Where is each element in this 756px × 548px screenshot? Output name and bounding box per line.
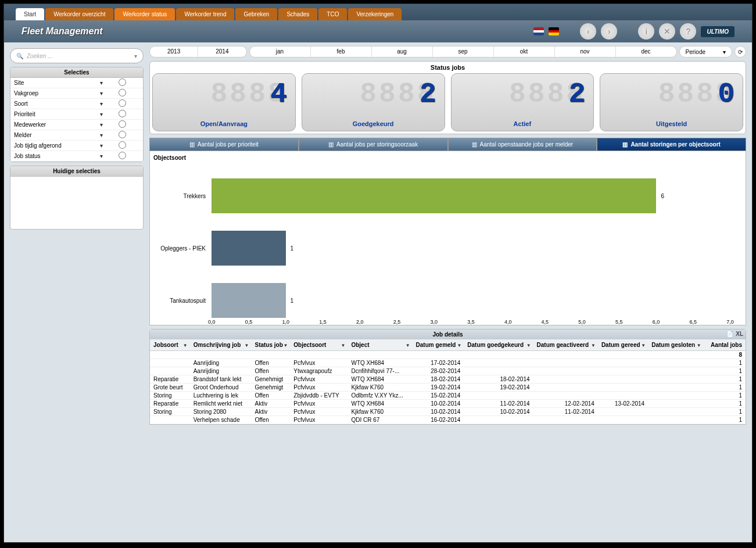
tab-verzekeringen[interactable]: Verzekeringen — [348, 8, 402, 20]
selectie-job-tijdig-afgerond[interactable]: Job tijdig afgerond▾ — [10, 141, 143, 151]
bar-trekkers[interactable]: Trekkers6 — [212, 178, 730, 213]
selectie-radio[interactable] — [119, 78, 126, 86]
chevron-down-icon[interactable]: ▾ — [98, 101, 105, 107]
help-button[interactable]: ? — [680, 23, 696, 40]
col-object[interactable]: Object▼ — [347, 339, 412, 351]
chevron-down-icon[interactable]: ▾ — [98, 142, 105, 149]
col-datum-gemeld[interactable]: Datum gemeld▼ — [413, 339, 464, 351]
chevron-down-icon[interactable]: ▾ — [134, 53, 137, 59]
chevron-down-icon[interactable]: ▾ — [98, 153, 105, 159]
chevron-down-icon[interactable]: ▾ — [98, 121, 105, 128]
bar-value-label: 1 — [291, 298, 294, 304]
chevron-down-icon[interactable]: ▾ — [98, 80, 105, 86]
close-button[interactable]: ✕ — [659, 23, 675, 40]
col-datum-gereed[interactable]: Datum gereed▼ — [598, 339, 648, 351]
month-dec[interactable]: dec — [616, 46, 676, 57]
tab-gebreken[interactable]: Gebreken — [235, 8, 277, 20]
selectie-soort[interactable]: Soort▾ — [10, 99, 143, 109]
col-datum-geactiveerd[interactable]: Datum geactiveerd▼ — [533, 339, 598, 351]
month-feb[interactable]: feb — [311, 46, 372, 57]
chevron-down-icon[interactable]: ▾ — [98, 132, 105, 138]
selectie-radio[interactable] — [119, 110, 126, 117]
sort-icon: ▼ — [283, 343, 288, 348]
year-2014[interactable]: 2014 — [198, 46, 246, 57]
month-sep[interactable]: sep — [433, 46, 494, 57]
table-row[interactable]: Verhelpen schadeOffenPcfvlvuxQDI CR 6716… — [150, 416, 746, 424]
chevron-down-icon: ▾ — [723, 49, 726, 55]
page-title: Fleet Management — [22, 26, 103, 37]
col-aantal-jobs[interactable]: Aantal jobs — [704, 339, 746, 351]
selectie-prioriteit[interactable]: Prioriteit▾ — [10, 109, 143, 120]
month-aug[interactable]: aug — [372, 46, 433, 57]
tab-werkorder-status[interactable]: Werkorder status — [114, 8, 175, 20]
table-row[interactable]: StoringLuchtvering is lekOffenZbjidvddb … — [150, 392, 746, 400]
selectie-medewerker[interactable]: Medewerker▾ — [10, 120, 143, 130]
col-status-job[interactable]: Status job▼ — [251, 339, 290, 351]
bar-value-label: 6 — [661, 193, 664, 199]
x-tick: 0,0 — [208, 319, 216, 325]
selectie-radio[interactable] — [119, 141, 126, 149]
chart-tab-1[interactable]: ▥Aantal jobs per storingsoorzaak — [299, 138, 448, 151]
selectie-radio[interactable] — [119, 99, 126, 107]
bar-tankautospuit[interactable]: Tankautospuit1 — [212, 283, 730, 318]
chart-tab-3[interactable]: ▥Aantal storingen per objectsoort — [597, 138, 746, 151]
info-button[interactable]: i — [638, 23, 654, 40]
table-row[interactable]: ReparatieRemlicht werkt nietAktivPcfvlvu… — [150, 400, 746, 408]
table-row[interactable]: Grote beurtGroot OnderhoudGenehmigtPcfvl… — [150, 384, 746, 392]
bar-opleggers-piek[interactable]: Opleggers - PIEK1 — [212, 231, 730, 266]
selectie-job-status[interactable]: Job status▾ — [10, 151, 143, 162]
selectie-site[interactable]: Site▾ — [10, 78, 143, 88]
nav-forward-button[interactable]: › — [601, 23, 617, 40]
selectie-radio[interactable] — [119, 131, 126, 138]
col-datum-goedgekeurd[interactable]: Datum goedgekeurd▼ — [464, 339, 533, 351]
col-jobsoort[interactable]: Jobsoort▼ — [150, 339, 190, 351]
col-omschrijving-job[interactable]: Omschrijving job▼ — [190, 339, 252, 351]
counter-value: 0 — [718, 78, 734, 110]
chevron-down-icon[interactable]: ▾ — [98, 111, 105, 117]
tab-start[interactable]: Start — [16, 8, 44, 20]
tab-werkorder-overzicht[interactable]: Werkorder overzicht — [45, 8, 113, 20]
year-2013[interactable]: 2013 — [150, 46, 198, 57]
month-okt[interactable]: okt — [494, 46, 555, 57]
flag-de-icon[interactable] — [549, 27, 559, 35]
export-icon[interactable]: 📄 — [726, 331, 733, 337]
counter-label: Open/Aanvraag — [153, 120, 295, 127]
tab-tco[interactable]: TCO — [318, 8, 347, 20]
selectie-radio[interactable] — [119, 152, 126, 159]
selectie-vakgroep[interactable]: Vakgroep▾ — [10, 88, 143, 99]
search-input[interactable] — [27, 53, 134, 59]
selecties-panel: Selecties Site▾Vakgroep▾Soort▾Prioriteit… — [10, 67, 144, 162]
selecties-title: Selecties — [10, 67, 143, 78]
selectie-radio[interactable] — [119, 120, 126, 128]
month-nov[interactable]: nov — [555, 46, 616, 57]
tab-werkorder-trend[interactable]: Werkorder trend — [176, 8, 234, 20]
selectie-melder[interactable]: Melder▾ — [10, 130, 143, 141]
chart-tab-0[interactable]: ▥Aantal jobs per prioriteit — [149, 138, 299, 151]
year-selector[interactable]: 20132014 — [149, 46, 247, 58]
col-objectsoort[interactable]: Objectsoort▼ — [290, 339, 347, 351]
refresh-button[interactable]: ⟳ — [734, 46, 746, 58]
month-selector[interactable]: janfebaugsepoktnovdec — [249, 46, 677, 58]
col-datum-gesloten[interactable]: Datum gesloten▼ — [648, 339, 703, 351]
table-row[interactable]: StoringStoring 2080AktivPcfvlvuxKjkfaw K… — [150, 408, 746, 416]
chevron-down-icon[interactable]: ▾ — [98, 90, 105, 96]
chart-icon: ▥ — [472, 141, 477, 148]
search-box[interactable]: 🔍 ▾ — [10, 48, 144, 63]
nav-back-button[interactable]: ‹ — [580, 23, 596, 40]
sort-icon: ▼ — [245, 343, 249, 348]
table-row[interactable]: AanrijdingOffenPcfvlvuxWTQ XH68417-02-20… — [150, 359, 746, 367]
tab-schades[interactable]: Schades — [278, 8, 317, 20]
xl-export-button[interactable]: XL — [736, 331, 743, 337]
x-tick: 5,0 — [578, 319, 586, 325]
chart-tab-2[interactable]: ▥Aantal openstaande jobs per melder — [448, 138, 597, 151]
table-row[interactable]: ReparatieBrandstof tank lektGenehmigtPcf… — [150, 375, 746, 384]
chart-panel: Objectsoort Trekkers6Opleggers - PIEK1Ta… — [149, 151, 746, 325]
month-jan[interactable]: jan — [250, 46, 311, 57]
flag-nl-icon[interactable] — [533, 27, 544, 35]
header-bar: Fleet Management ‹ › i ✕ ? ULTIMO — [4, 20, 752, 42]
table-row[interactable]: AanrijdingOffenYtwxagrapoufzDcnfihhifqov… — [150, 367, 746, 375]
table-title: Job details 📄 XL — [150, 329, 746, 339]
selectie-radio[interactable] — [119, 89, 126, 96]
periode-dropdown[interactable]: Periode ▾ — [679, 46, 732, 58]
brand-logo: ULTIMO — [701, 26, 734, 37]
